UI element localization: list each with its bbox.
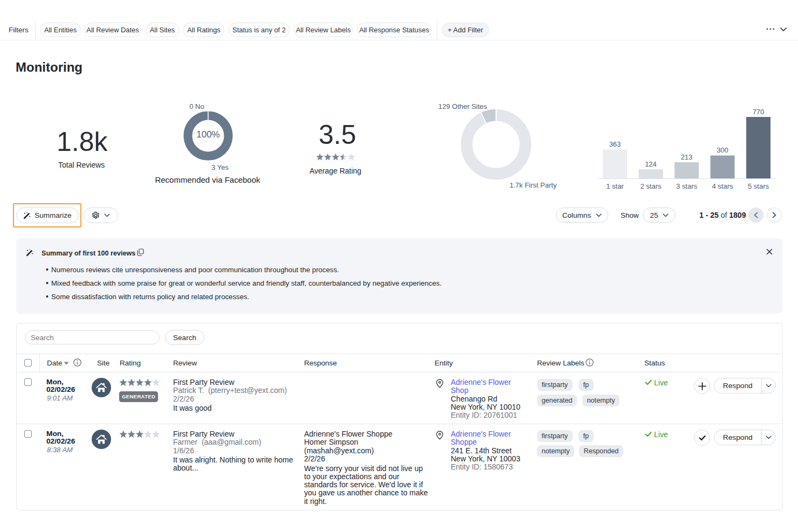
svg-text:363: 363: [609, 140, 621, 148]
svg-text:213: 213: [681, 153, 693, 161]
svg-text:4 stars: 4 stars: [712, 182, 733, 190]
svg-text:2 stars: 2 stars: [640, 182, 662, 190]
svg-text:300: 300: [717, 146, 728, 154]
svg-text:124: 124: [645, 160, 657, 168]
svg-text:770: 770: [753, 108, 765, 116]
svg-text:3 stars: 3 stars: [676, 182, 698, 190]
svg-text:5 stars: 5 stars: [748, 182, 769, 190]
svg-text:1 star: 1 star: [606, 182, 624, 190]
